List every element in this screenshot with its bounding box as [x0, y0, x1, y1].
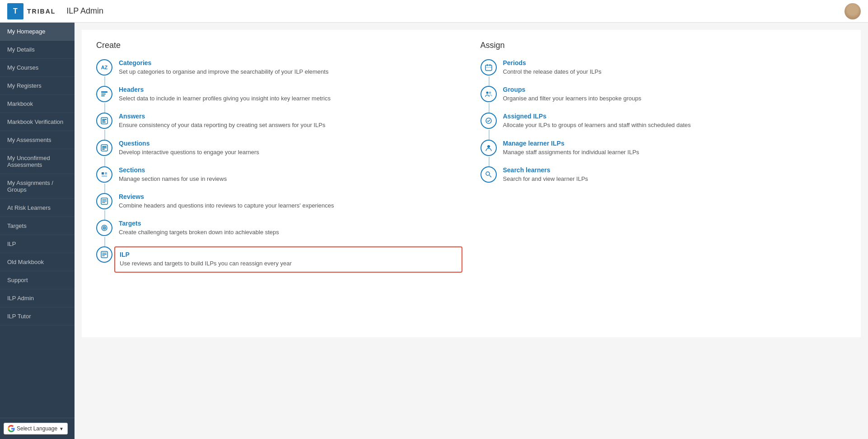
search-learners-desc: Search for and view learner ILPs: [503, 175, 847, 183]
sidebar-item-my-details[interactable]: My Details: [0, 41, 75, 59]
svg-point-29: [487, 145, 490, 148]
svg-rect-24: [490, 64, 490, 66]
svg-rect-20: [102, 254, 107, 255]
assign-timeline: Periods Control the release dates of you…: [481, 59, 847, 183]
categories-icon: AZ: [96, 59, 112, 76]
search-learners-content: Search learners Search for and view lear…: [503, 166, 847, 183]
categories-desc: Set up categories to organise and improv…: [119, 68, 462, 76]
sidebar-footer: Select Language ▼: [0, 418, 75, 439]
dropdown-arrow-icon: ▼: [59, 426, 64, 431]
ilp-content: ILP Use reviews and targets to build ILP…: [114, 246, 462, 272]
assign-column: Assign: [481, 41, 847, 283]
svg-point-30: [486, 172, 490, 175]
sidebar-item-my-homepage[interactable]: My Homepage: [0, 23, 75, 41]
create-section-title: Create: [96, 41, 462, 50]
groups-link[interactable]: Groups: [503, 86, 847, 93]
svg-rect-2: [101, 95, 105, 96]
svg-rect-9: [102, 147, 107, 148]
svg-rect-10: [102, 149, 105, 150]
sidebar-item-at-risk-learners[interactable]: At Risk Learners: [0, 199, 75, 217]
periods-desc: Control the release dates of your ILPs: [503, 68, 847, 76]
sidebar-item-ilp[interactable]: ILP: [0, 235, 75, 253]
questions-link[interactable]: Questions: [119, 140, 462, 147]
sections-link[interactable]: Sections: [119, 166, 462, 174]
sidebar-item-markbook-verification[interactable]: Markbook Verification: [0, 113, 75, 131]
sections-icon: [96, 166, 112, 183]
targets-link[interactable]: Targets: [119, 220, 462, 227]
two-column-layout: Create AZ Categories Set up categories t…: [96, 41, 846, 283]
assign-item-search-learners: Search learners Search for and view lear…: [481, 166, 847, 183]
assigned-ilps-icon: [481, 113, 497, 129]
svg-rect-19: [102, 253, 107, 254]
google-icon: [8, 425, 15, 432]
reviews-link[interactable]: Reviews: [119, 193, 462, 200]
targets-icon: [96, 220, 112, 236]
groups-desc: Organise and filter your learners into b…: [503, 94, 847, 103]
search-learners-link[interactable]: Search learners: [503, 166, 847, 174]
logo-box: T: [7, 3, 23, 19]
answers-desc: Ensure consistency of your data reportin…: [119, 121, 462, 129]
sidebar-item-my-assessments[interactable]: My Assessments: [0, 131, 75, 149]
svg-rect-13: [102, 201, 107, 202]
sidebar-item-support[interactable]: Support: [0, 271, 75, 289]
assign-item-manage-learner-ilps: Manage learner ILPs Manage staff assignm…: [481, 140, 847, 156]
ilp-icon: [96, 246, 112, 263]
sidebar-item-my-assignments-groups[interactable]: My Assignments / Groups: [0, 174, 75, 199]
app-body: My Homepage My Details My Courses My Reg…: [0, 23, 868, 439]
assign-item-groups: Groups Organise and filter your learners…: [481, 86, 847, 103]
create-item-ilp: ILP Use reviews and targets to build ILP…: [96, 246, 462, 272]
targets-content: Targets Create challenging targets broke…: [119, 220, 462, 236]
svg-point-27: [489, 92, 491, 94]
create-item-sections: Sections Manage section names for use in…: [96, 166, 462, 183]
sidebar-item-ilp-admin[interactable]: ILP Admin: [0, 289, 75, 307]
sidebar-item-targets[interactable]: Targets: [0, 217, 75, 235]
sidebar-nav: My Homepage My Details My Courses My Reg…: [0, 23, 75, 418]
sidebar: My Homepage My Details My Courses My Reg…: [0, 23, 75, 439]
sidebar-item-my-courses[interactable]: My Courses: [0, 59, 75, 77]
assign-item-assigned-ilps: Assigned ILPs Allocate your ILPs to grou…: [481, 113, 847, 129]
targets-desc: Create challenging targets broken down i…: [119, 228, 462, 236]
categories-link[interactable]: Categories: [119, 59, 462, 66]
select-language-button[interactable]: Select Language ▼: [4, 423, 68, 434]
svg-rect-14: [102, 202, 105, 203]
user-avatar[interactable]: [845, 3, 861, 19]
sidebar-item-my-registers[interactable]: My Registers: [0, 77, 75, 95]
svg-rect-6: [102, 122, 106, 123]
manage-learner-ilps-link[interactable]: Manage learner ILPs: [503, 140, 847, 147]
reviews-icon: [96, 193, 112, 209]
sidebar-item-ilp-tutor[interactable]: ILP Tutor: [0, 307, 75, 326]
reviews-desc: Combine headers and questions into revie…: [119, 202, 462, 210]
svg-point-17: [104, 227, 105, 229]
sidebar-item-old-markbook[interactable]: Old Markbook: [0, 253, 75, 271]
create-item-categories: AZ Categories Set up categories to organ…: [96, 59, 462, 76]
periods-content: Periods Control the release dates of you…: [503, 59, 847, 76]
create-item-headers: Headers Select data to include in learne…: [96, 86, 462, 103]
svg-rect-5: [102, 120, 105, 121]
svg-rect-0: [101, 91, 107, 93]
manage-learner-ilps-content: Manage learner ILPs Manage staff assignm…: [503, 140, 847, 156]
questions-content: Questions Develop interactive questions …: [119, 140, 462, 156]
groups-content: Groups Organise and filter your learners…: [503, 86, 847, 103]
assign-item-periods: Periods Control the release dates of you…: [481, 59, 847, 76]
sections-desc: Manage section names for use in reviews: [119, 175, 462, 183]
brand-name: TRIBAL: [27, 8, 56, 15]
assigned-ilps-content: Assigned ILPs Allocate your ILPs to grou…: [503, 113, 847, 129]
svg-point-26: [486, 92, 488, 94]
sidebar-item-my-unconfirmed-assessments[interactable]: My Unconfirmed Assessments: [0, 149, 75, 174]
create-item-questions: Questions Develop interactive questions …: [96, 140, 462, 156]
svg-rect-1: [101, 94, 106, 94]
avatar-image: [845, 3, 861, 19]
manage-learner-ilps-desc: Manage staff assignments for individual …: [503, 148, 847, 156]
svg-rect-8: [102, 146, 107, 147]
answers-link[interactable]: Answers: [119, 113, 462, 120]
headers-desc: Select data to include in learner profil…: [119, 94, 462, 103]
top-header: T TRIBAL ILP Admin: [0, 0, 868, 23]
periods-link[interactable]: Periods: [503, 59, 847, 66]
assigned-ilps-link[interactable]: Assigned ILPs: [503, 113, 847, 120]
sidebar-item-markbook[interactable]: Markbook: [0, 95, 75, 113]
svg-rect-4: [102, 119, 107, 120]
headers-link[interactable]: Headers: [119, 86, 462, 93]
ilp-desc: Use reviews and targets to build ILPs yo…: [120, 260, 457, 268]
create-item-targets: Targets Create challenging targets broke…: [96, 220, 462, 236]
ilp-link[interactable]: ILP: [120, 251, 457, 258]
